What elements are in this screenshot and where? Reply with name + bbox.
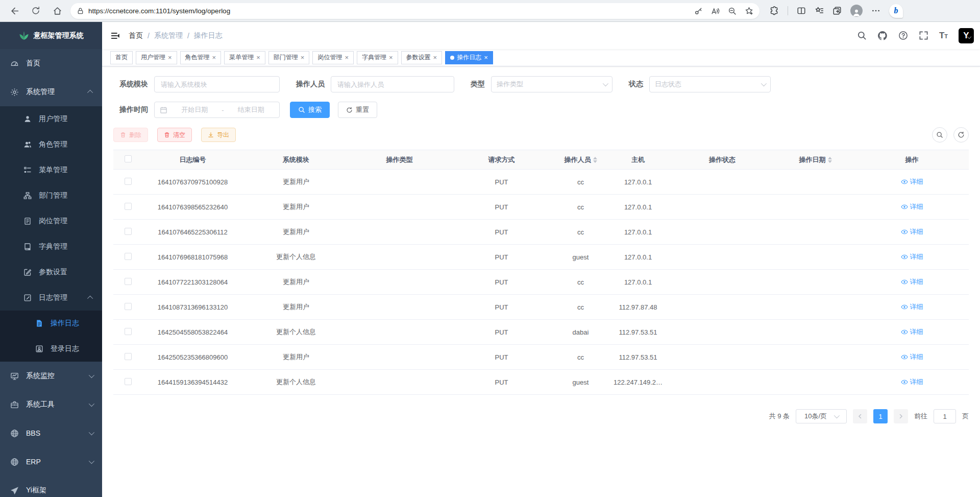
collections-icon[interactable] bbox=[832, 6, 842, 15]
split-screen-icon[interactable] bbox=[797, 6, 806, 15]
module-input[interactable] bbox=[154, 76, 280, 92]
type-select[interactable]: 操作类型 bbox=[491, 76, 612, 92]
sidebar-item-users[interactable]: 用户管理 bbox=[0, 106, 102, 132]
zoom-out-icon[interactable] bbox=[728, 7, 737, 15]
sidebar-item-monitor[interactable]: 系统监控 bbox=[0, 362, 102, 390]
close-icon[interactable]: × bbox=[389, 54, 393, 61]
sort-control[interactable] bbox=[593, 157, 597, 163]
close-icon[interactable]: × bbox=[168, 54, 172, 61]
sidebar-item-home[interactable]: 首页 bbox=[0, 49, 102, 78]
url-text[interactable]: https://ccnetcore.com:1101/system/log/op… bbox=[88, 7, 694, 15]
page-number-button[interactable]: 1 bbox=[873, 409, 888, 423]
password-key-icon[interactable] bbox=[694, 7, 703, 15]
sidebar-item-yi-framework[interactable]: Yi框架 bbox=[0, 476, 102, 497]
sidebar-item-posts[interactable]: 岗位管理 bbox=[0, 208, 102, 234]
sidebar-item-erp[interactable]: ERP bbox=[0, 447, 102, 476]
delete-button[interactable]: 删除 bbox=[113, 128, 148, 142]
tab-role-mgmt[interactable]: 角色管理× bbox=[180, 51, 222, 64]
tab-operation-log[interactable]: 操作日志× bbox=[445, 51, 493, 64]
detail-link[interactable]: 详细 bbox=[901, 302, 923, 312]
browser-back-button[interactable] bbox=[6, 3, 22, 19]
tab-post-mgmt[interactable]: 岗位管理× bbox=[312, 51, 354, 64]
tab-param-settings[interactable]: 参数设置× bbox=[401, 51, 443, 64]
detail-link[interactable]: 详细 bbox=[901, 377, 923, 387]
col-method: 请求方式 bbox=[449, 150, 554, 170]
goto-page-input[interactable] bbox=[934, 409, 956, 423]
bing-chat-icon[interactable]: b bbox=[889, 4, 903, 18]
address-bar[interactable]: https://ccnetcore.com:1101/system/log/op… bbox=[70, 3, 760, 19]
col-module: 系统模块 bbox=[242, 150, 350, 170]
add-favorite-icon[interactable] bbox=[745, 7, 753, 15]
row-checkbox[interactable] bbox=[125, 303, 132, 310]
row-checkbox[interactable] bbox=[125, 228, 132, 235]
sidebar-item-roles[interactable]: 角色管理 bbox=[0, 132, 102, 157]
header-search-icon[interactable] bbox=[857, 31, 867, 40]
extensions-icon[interactable] bbox=[770, 6, 779, 15]
tab-dept-mgmt[interactable]: 部门管理× bbox=[268, 51, 310, 64]
detail-link[interactable]: 详细 bbox=[901, 227, 923, 236]
sidebar-item-menus[interactable]: 菜单管理 bbox=[0, 157, 102, 183]
sidebar-item-operation-log[interactable]: 操作日志 bbox=[0, 311, 102, 336]
row-checkbox[interactable] bbox=[125, 178, 132, 185]
clear-button[interactable]: 清空 bbox=[157, 128, 192, 142]
sidebar-item-departments[interactable]: 部门管理 bbox=[0, 183, 102, 208]
detail-link[interactable]: 详细 bbox=[901, 327, 923, 337]
github-icon[interactable] bbox=[877, 31, 888, 41]
close-icon[interactable]: × bbox=[433, 54, 437, 61]
refresh-table-button[interactable] bbox=[953, 127, 969, 143]
tab-menu-mgmt[interactable]: 菜单管理× bbox=[224, 51, 265, 64]
page-size-select[interactable]: 10条/页 bbox=[796, 409, 847, 423]
row-checkbox[interactable] bbox=[125, 328, 132, 335]
tab-dict-mgmt[interactable]: 字典管理× bbox=[357, 51, 398, 64]
browser-home-button[interactable] bbox=[49, 3, 65, 19]
sidebar-item-bbs[interactable]: BBS bbox=[0, 419, 102, 447]
row-checkbox[interactable] bbox=[125, 253, 132, 260]
toggle-search-button[interactable] bbox=[932, 127, 947, 143]
row-checkbox[interactable] bbox=[125, 353, 132, 360]
close-icon[interactable]: × bbox=[345, 54, 349, 61]
fullscreen-icon[interactable] bbox=[919, 31, 928, 40]
close-icon[interactable]: × bbox=[256, 54, 260, 61]
sidebar-item-logs[interactable]: 日志管理 bbox=[0, 285, 102, 311]
export-button[interactable]: 导出 bbox=[201, 128, 236, 142]
sort-control[interactable] bbox=[828, 157, 832, 163]
sidebar-item-tools[interactable]: 系统工具 bbox=[0, 390, 102, 419]
next-page-button[interactable] bbox=[894, 409, 908, 423]
row-checkbox[interactable] bbox=[125, 378, 132, 385]
sidebar-item-system[interactable]: 系统管理 bbox=[0, 78, 102, 106]
close-icon[interactable]: × bbox=[484, 54, 488, 61]
search-button[interactable]: 搜索 bbox=[290, 102, 330, 118]
detail-link[interactable]: 详细 bbox=[901, 177, 923, 186]
row-checkbox[interactable] bbox=[125, 278, 132, 285]
reset-button[interactable]: 重置 bbox=[338, 102, 377, 118]
tab-home[interactable]: 首页 bbox=[110, 51, 133, 64]
row-checkbox[interactable] bbox=[125, 203, 132, 210]
close-icon[interactable]: × bbox=[212, 54, 216, 61]
detail-link[interactable]: 详细 bbox=[901, 277, 923, 287]
sidebar-item-params[interactable]: 参数设置 bbox=[0, 259, 102, 285]
lock-icon[interactable] bbox=[77, 7, 84, 15]
breadcrumb-home[interactable]: 首页 bbox=[129, 31, 143, 40]
detail-link[interactable]: 详细 bbox=[901, 352, 923, 362]
select-all-checkbox[interactable] bbox=[125, 155, 132, 162]
browser-menu-icon[interactable] bbox=[871, 6, 880, 15]
date-range-picker[interactable]: 开始日期 - 结束日期 bbox=[154, 102, 280, 118]
favorites-icon[interactable] bbox=[815, 6, 824, 15]
operator-input[interactable] bbox=[331, 76, 454, 92]
user-avatar[interactable]: Y bbox=[959, 28, 971, 43]
detail-link[interactable]: 详细 bbox=[901, 252, 923, 262]
browser-profile-icon[interactable] bbox=[850, 5, 863, 17]
sidebar-item-login-log[interactable]: 登录日志 bbox=[0, 336, 102, 362]
read-aloud-icon[interactable] bbox=[711, 7, 720, 15]
status-select[interactable]: 日志状态 bbox=[649, 76, 771, 92]
tab-user-mgmt[interactable]: 用户管理× bbox=[136, 51, 177, 64]
sidebar-item-dicts[interactable]: 字典管理 bbox=[0, 234, 102, 259]
help-icon[interactable] bbox=[898, 31, 908, 40]
total-count: 共 9 条 bbox=[769, 412, 790, 421]
detail-link[interactable]: 详细 bbox=[901, 202, 923, 211]
close-icon[interactable]: × bbox=[301, 54, 305, 61]
font-size-icon[interactable]: TT bbox=[939, 31, 948, 40]
prev-page-button[interactable] bbox=[853, 409, 867, 423]
browser-refresh-button[interactable] bbox=[28, 3, 44, 19]
hamburger-icon[interactable] bbox=[110, 31, 120, 41]
